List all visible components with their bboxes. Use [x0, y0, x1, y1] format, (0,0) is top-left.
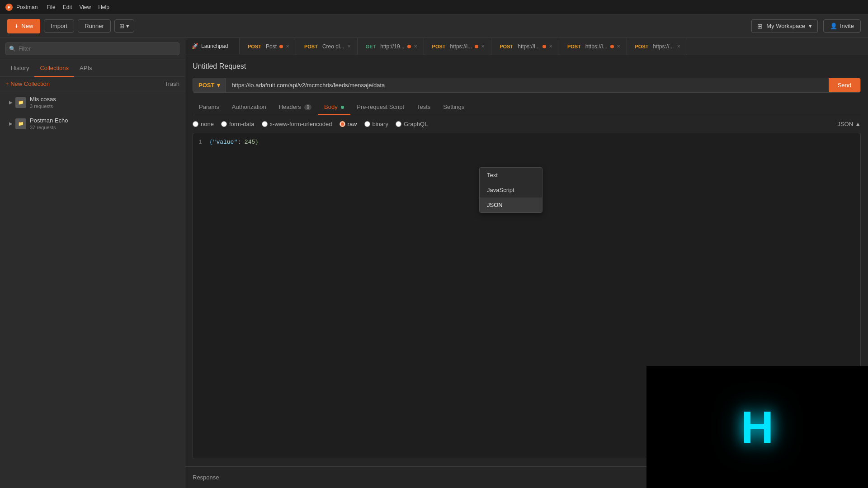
collection-item-postman-echo[interactable]: ▶ 📁 Postman Echo 37 requests [4, 113, 181, 134]
collection-name-2: Postman Echo [30, 117, 176, 124]
req-tab-body[interactable]: Body [318, 100, 350, 115]
dropdown-item-javascript[interactable]: JavaScript [480, 183, 542, 197]
sidebar-tabs: History Collections APIs [0, 60, 185, 77]
radio-binary[interactable]: binary [364, 121, 388, 127]
unsaved-dot-6 [610, 45, 614, 48]
method-badge-get1: GET [364, 43, 378, 50]
format-selector[interactable]: JSON ▲ [837, 121, 861, 127]
collection-item-mis-cosas[interactable]: ▶ 📁 Mis cosas 3 requests [4, 92, 181, 113]
plus-icon: + [14, 22, 19, 30]
radio-form-data[interactable]: form-data [221, 121, 255, 127]
tab-history[interactable]: History [5, 60, 34, 77]
titlebar: P Postman File Edit View Help [0, 0, 868, 14]
radio-graphql[interactable]: GraphQL [396, 121, 428, 127]
collection-meta-2: 37 requests [30, 125, 176, 130]
req-tab-authorization[interactable]: Authorization [226, 100, 273, 115]
collection-folder-icon: 📁 [15, 97, 26, 108]
filter-input[interactable] [5, 42, 179, 55]
import-button[interactable]: Import [44, 19, 74, 33]
request-tabs: Params Authorization Headers 9 Body Pre-… [193, 100, 861, 115]
req-tab-tests[interactable]: Tests [410, 100, 437, 115]
body-active-dot [341, 106, 344, 109]
tab-post-2[interactable]: POST Creo di... ✕ [296, 38, 358, 55]
dropdown-item-text[interactable]: Text [480, 168, 542, 183]
collections-list: ▶ 📁 Mis cosas 3 requests ▶ 📁 Postman Ech… [0, 91, 185, 135]
chevron-down-icon: ▾ [809, 23, 812, 29]
chevron-right-icon: ▶ [9, 100, 13, 105]
tab-close-4[interactable]: ✕ [481, 44, 485, 49]
unsaved-dot-4 [475, 45, 478, 48]
tab-post-6[interactable]: POST https://... ✕ [627, 38, 687, 55]
menu-view[interactable]: View [79, 4, 91, 10]
tabs-bar: 🚀 Launchpad POST Post ✕ POST Creo di... … [185, 38, 868, 55]
unsaved-dot-3 [407, 45, 411, 48]
video-letter: H [741, 401, 774, 453]
req-tab-settings[interactable]: Settings [437, 100, 471, 115]
layout-button[interactable]: ⊞ ▾ [114, 19, 134, 33]
tab-close-2[interactable]: ✕ [347, 44, 351, 49]
req-tab-pre-request[interactable]: Pre-request Script [350, 100, 410, 115]
workspace-selector: ⊞ My Workspace ▾ 👤 Invite [751, 19, 861, 33]
method-chevron-icon: ▾ [217, 82, 220, 89]
collection-folder-icon-2: 📁 [15, 118, 26, 129]
sidebar-search-area: 🔍 [0, 38, 185, 60]
tab-post-3[interactable]: POST https://i... ✕ [424, 38, 492, 55]
grid-icon: ⊞ [757, 23, 763, 30]
tab-close-7[interactable]: ✕ [677, 44, 680, 49]
body-options: none form-data x-www-form-urlencoded raw… [193, 121, 861, 127]
chevron-right-icon-2: ▶ [9, 121, 13, 126]
radio-urlencoded[interactable]: x-www-form-urlencoded [262, 121, 332, 127]
search-wrap: 🔍 [5, 42, 179, 55]
menu-edit[interactable]: Edit [63, 4, 72, 10]
url-bar: POST ▾ Send [193, 78, 861, 93]
format-dropdown: Text JavaScript JSON [479, 167, 542, 213]
tab-close-6[interactable]: ✕ [617, 44, 620, 49]
collection-info-2: Postman Echo 37 requests [30, 117, 176, 130]
tab-close-5[interactable]: ✕ [549, 44, 552, 49]
launchpad-icon: 🚀 [192, 43, 198, 49]
unsaved-dot-5 [542, 45, 546, 48]
collection-meta: 3 requests [30, 103, 176, 109]
tab-post-1[interactable]: POST Post ✕ [240, 38, 296, 55]
tab-apis[interactable]: APIs [74, 60, 97, 77]
tab-get-1[interactable]: GET http://19... ✕ [358, 38, 424, 55]
menu-help[interactable]: Help [98, 4, 109, 10]
method-badge-post1: POST [246, 43, 263, 50]
app-icon: P [5, 4, 13, 11]
new-collection-button[interactable]: + New Collection [5, 80, 50, 87]
radio-none[interactable]: none [193, 121, 214, 127]
runner-button[interactable]: Runner [78, 19, 111, 33]
url-input[interactable] [226, 78, 828, 92]
method-selector[interactable]: POST ▾ [193, 78, 226, 92]
trash-button[interactable]: Trash [165, 80, 179, 87]
radio-raw[interactable]: raw [340, 121, 357, 127]
search-icon: 🔍 [9, 46, 16, 52]
menu-file[interactable]: File [47, 4, 55, 10]
chevron-down-icon: ▾ [126, 23, 129, 29]
tab-collections[interactable]: Collections [34, 60, 74, 77]
sidebar-actions: + New Collection Trash [0, 77, 185, 91]
dropdown-item-json[interactable]: JSON [480, 197, 542, 212]
method-badge-post3: POST [430, 43, 448, 50]
tab-post-4[interactable]: POST https://i... ✕ [491, 38, 559, 55]
tab-close-1[interactable]: ✕ [286, 44, 289, 49]
format-chevron-icon: ▲ [855, 121, 861, 127]
invite-button[interactable]: 👤 Invite [823, 19, 861, 33]
workspace-button[interactable]: ⊞ My Workspace ▾ [751, 19, 818, 33]
method-badge-post5: POST [566, 43, 583, 50]
app-name: Postman [16, 4, 38, 10]
sidebar: 🔍 History Collections APIs + New Collect… [0, 38, 185, 488]
method-badge-post6: POST [633, 43, 651, 50]
send-button[interactable]: Send [829, 78, 860, 92]
tab-launchpad[interactable]: 🚀 Launchpad [185, 38, 240, 55]
new-button[interactable]: + New [7, 19, 40, 33]
tab-post-5[interactable]: POST https://i... ✕ [559, 38, 627, 55]
collection-info: Mis cosas 3 requests [30, 96, 176, 109]
method-badge-post4: POST [498, 43, 515, 50]
req-tab-headers[interactable]: Headers 9 [273, 100, 318, 115]
tab-close-3[interactable]: ✕ [414, 44, 417, 49]
method-badge-post2: POST [302, 43, 320, 50]
req-tab-params[interactable]: Params [193, 100, 226, 115]
request-title: Untitled Request [193, 62, 861, 70]
toolbar: + New Import Runner ⊞ ▾ ⊞ My Workspace ▾… [0, 14, 868, 38]
